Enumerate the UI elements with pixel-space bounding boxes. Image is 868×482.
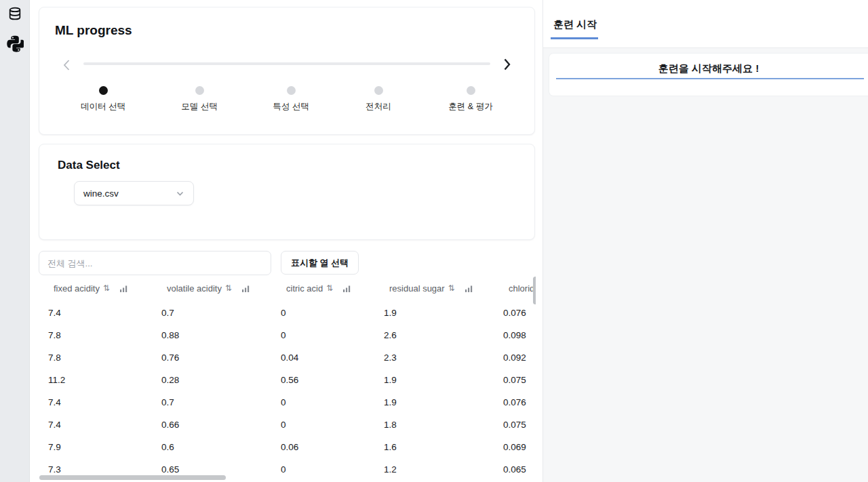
step-label: 데이터 선택 (81, 101, 125, 113)
table-row: 11.20.280.561.90.075 (39, 369, 536, 391)
table-body: 7.40.701.90.0767.80.8802.60.0987.80.760.… (39, 302, 536, 481)
table-cell: 2.6 (374, 330, 494, 340)
table-cell: 7.3 (39, 464, 152, 475)
column-header-chlorides[interactable]: chlorides⇅ (494, 283, 536, 294)
table-cell: 1.2 (374, 464, 494, 475)
column-header-fixed-acidity[interactable]: fixed acidity⇅ (39, 283, 152, 294)
data-select-card: Data Select wine.csv (39, 144, 535, 240)
table-cell: 11.2 (39, 375, 152, 385)
table-cell: 0 (271, 464, 374, 475)
bar-chart-icon[interactable] (342, 284, 351, 293)
step-label: 전처리 (366, 101, 391, 113)
table-cell: 0.28 (152, 375, 271, 385)
data-table: fixed acidity⇅volatile acidity⇅citric ac… (39, 277, 536, 482)
table-cell: 0.7 (152, 308, 271, 318)
table-cell: 7.4 (39, 308, 152, 318)
table-cell: 0.76 (152, 353, 271, 363)
table-cell: 0.076 (494, 397, 536, 407)
sidebar (0, 0, 30, 482)
table-header-row: fixed acidity⇅volatile acidity⇅citric ac… (39, 277, 536, 300)
table-cell: 0.075 (494, 375, 536, 385)
bar-chart-icon[interactable] (241, 284, 250, 293)
table-cell: 0.069 (494, 442, 536, 452)
table-row: 7.40.701.90.076 (39, 302, 536, 324)
table-cell: 0 (271, 397, 374, 407)
table-cell: 0 (271, 308, 374, 318)
table-row: 7.90.60.061.60.069 (39, 436, 536, 458)
column-header-volatile-acidity[interactable]: volatile acidity⇅ (152, 283, 271, 294)
progress-step-3[interactable]: 특성 선택 (247, 86, 335, 113)
progress-step-4[interactable]: 전처리 (334, 86, 422, 113)
ml-progress-card: ML progress 데이터 선택모델 선택특성 선택전처리훈련 & 평가 (39, 7, 535, 135)
tab-training-start-label: 훈련 시작 (553, 18, 597, 30)
sort-icon[interactable]: ⇅ (448, 283, 455, 293)
table-cell: 0.06 (271, 442, 374, 452)
table-cell: 0 (271, 420, 374, 430)
table-cell: 0 (271, 330, 374, 340)
ml-progress-title: ML progress (55, 23, 132, 38)
progress-step-2[interactable]: 모델 선택 (155, 86, 243, 113)
step-dot (99, 86, 108, 95)
table-row: 7.40.6601.80.075 (39, 414, 536, 436)
vertical-scrollbar-thumb[interactable] (533, 277, 536, 304)
progress-step-1[interactable]: 데이터 선택 (59, 86, 147, 113)
step-dot (467, 86, 475, 95)
table-row: 7.80.8802.60.098 (39, 324, 536, 346)
table-cell: 0.075 (494, 420, 536, 430)
bar-chart-icon[interactable] (465, 284, 473, 293)
table-cell: 7.8 (39, 353, 152, 363)
bar-chart-icon[interactable] (119, 284, 128, 293)
table-cell: 1.9 (374, 397, 494, 407)
table-cell: 1.9 (374, 308, 494, 318)
table-cell: 0.04 (271, 353, 374, 363)
table-row: 7.80.760.042.30.092 (39, 346, 536, 369)
progress-track (83, 62, 490, 65)
table-cell: 2.3 (374, 353, 494, 363)
training-message-underline (556, 78, 864, 79)
table-cell: 0.88 (152, 330, 271, 340)
carousel-next-button[interactable] (502, 58, 512, 71)
column-header-residual-sugar[interactable]: residual sugar⇅ (374, 283, 494, 294)
progress-step-5[interactable]: 훈련 & 평가 (427, 86, 515, 113)
table-cell: 0.56 (271, 375, 374, 385)
training-panel: 훈련 시작 훈련을 시작해주세요 ! (542, 0, 868, 482)
table-cell: 0.076 (494, 308, 536, 318)
dataset-dropdown[interactable]: wine.csv (74, 181, 194, 205)
tab-training-start[interactable]: 훈련 시작 (553, 18, 597, 31)
table-cell: 7.4 (39, 397, 152, 407)
python-icon[interactable] (6, 35, 24, 52)
table-cell: 1.9 (374, 375, 494, 385)
table-cell: 0.6 (152, 442, 271, 452)
sort-icon[interactable]: ⇅ (225, 283, 232, 293)
sort-icon[interactable]: ⇅ (326, 283, 333, 293)
data-select-title: Data Select (58, 159, 120, 172)
table-cell: 7.4 (39, 420, 152, 430)
table-cell: 0.7 (152, 397, 271, 407)
table-cell: 1.8 (374, 420, 494, 430)
step-label: 모델 선택 (181, 101, 217, 113)
dataset-dropdown-value: wine.csv (83, 188, 119, 199)
step-dot (287, 86, 296, 95)
table-cell: 0.098 (494, 330, 536, 340)
step-label: 훈련 & 평가 (448, 101, 492, 113)
table-cell: 7.8 (39, 330, 152, 340)
step-dot (374, 86, 383, 95)
search-input[interactable] (39, 251, 271, 275)
training-panel-body (543, 47, 868, 482)
tab-active-indicator (551, 37, 598, 39)
step-dot (195, 86, 204, 95)
table-row: 7.40.701.90.076 (39, 391, 536, 414)
table-cell: 0.092 (494, 353, 536, 363)
horizontal-scrollbar-thumb[interactable] (39, 475, 226, 480)
carousel-prev-button[interactable] (62, 59, 72, 71)
training-message-card: 훈련을 시작해주세요 ! (549, 54, 868, 96)
sort-icon[interactable]: ⇅ (103, 283, 110, 293)
training-message: 훈련을 시작해주세요 ! (549, 62, 868, 75)
column-header-citric-acid[interactable]: citric acid⇅ (271, 283, 374, 294)
chevron-down-icon (176, 189, 184, 198)
step-label: 특성 선택 (273, 101, 309, 113)
database-icon[interactable] (7, 6, 22, 22)
column-select-button[interactable]: 표시할 열 선택 (281, 251, 359, 275)
table-cell: 1.6 (374, 442, 494, 452)
table-cell: 7.9 (39, 442, 152, 452)
